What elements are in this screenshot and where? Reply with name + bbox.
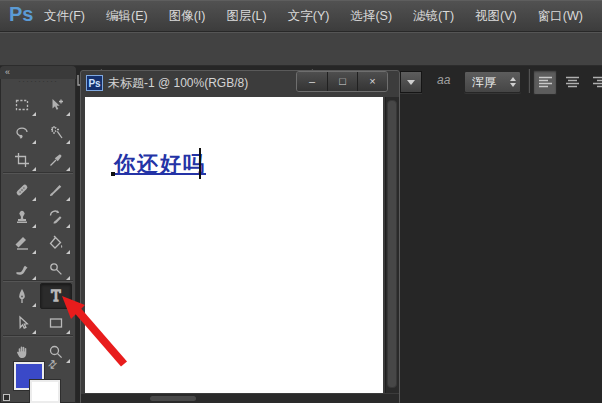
align-left-icon xyxy=(538,76,553,89)
tool-move[interactable] xyxy=(40,92,72,118)
tool-brush[interactable] xyxy=(40,177,72,203)
text-anchor-point xyxy=(111,172,115,176)
lasso-icon xyxy=(14,125,30,141)
tool-rectangle[interactable] xyxy=(40,310,72,336)
menu-filter[interactable]: 滤镜(T) xyxy=(413,8,454,25)
tool-crop[interactable] xyxy=(6,147,38,173)
panel-grip[interactable]: ·········· xyxy=(18,79,58,85)
photoshop-logo: Ps xyxy=(9,3,33,26)
menu-bar: Ps 文件(F) 编辑(E) 图像(I) 图层(L) 文字(Y) 选择(S) 滤… xyxy=(0,0,602,32)
hand-icon xyxy=(14,344,30,360)
menu-file[interactable]: 文件(F) xyxy=(44,8,85,25)
pen-icon xyxy=(14,288,30,304)
eyedropper-icon xyxy=(48,152,64,168)
canvas[interactable] xyxy=(85,97,383,393)
up-down-arrows-icon xyxy=(506,77,520,87)
horizontal-scrollbar[interactable] xyxy=(81,394,399,403)
eraser-icon xyxy=(14,235,30,251)
tool-options-bar: T 隶书 - tT 20 点 aa 浑厚 xyxy=(0,32,602,66)
font-size-dropdown-button[interactable] xyxy=(400,72,421,92)
clone-stamp-icon xyxy=(14,209,30,225)
tool-dodge[interactable] xyxy=(40,256,72,282)
tool-eraser[interactable] xyxy=(6,230,38,256)
tool-path-selection[interactable] xyxy=(6,310,38,336)
maximize-button[interactable]: □ xyxy=(327,72,357,91)
tool-magic-wand[interactable] xyxy=(40,120,72,146)
align-center-button[interactable] xyxy=(560,70,584,95)
tool-pen[interactable] xyxy=(6,283,38,309)
anti-alias-value: 浑厚 xyxy=(465,74,506,91)
background-color-swatch[interactable] xyxy=(30,380,60,403)
svg-text:T: T xyxy=(51,288,61,304)
default-colors-icon[interactable] xyxy=(3,394,10,401)
menu-items: 文件(F) 编辑(E) 图像(I) 图层(L) 文字(Y) 选择(S) 滤镜(T… xyxy=(44,0,602,32)
anti-alias-select[interactable]: 浑厚 xyxy=(464,71,521,93)
divider xyxy=(3,280,73,281)
chevron-down-icon xyxy=(407,80,415,85)
tool-rectangular-marquee[interactable] xyxy=(6,92,38,118)
menu-image[interactable]: 图像(I) xyxy=(169,8,206,25)
document-file-icon: Ps xyxy=(86,75,103,91)
tool-clone-stamp[interactable] xyxy=(6,204,38,230)
tool-smudge[interactable] xyxy=(6,256,38,282)
divider xyxy=(3,335,73,336)
tool-paint-bucket[interactable] xyxy=(40,230,72,256)
horizontal-scrollbar-thumb[interactable] xyxy=(150,396,196,401)
smudge-icon xyxy=(14,261,30,277)
align-left-button[interactable] xyxy=(533,70,557,95)
align-center-icon xyxy=(565,76,580,89)
anti-alias-icon: aa xyxy=(437,73,450,87)
divider xyxy=(3,172,73,173)
collapse-panel-icon[interactable]: « xyxy=(5,67,10,77)
dodge-icon xyxy=(48,261,64,277)
rectangular-marquee-icon xyxy=(14,97,30,113)
tools-panel-header[interactable]: « xyxy=(0,66,76,79)
path-selection-icon xyxy=(14,315,30,331)
tool-horizontal-type[interactable]: T xyxy=(40,283,72,309)
menu-window[interactable]: 窗口(W) xyxy=(538,8,583,25)
tool-lasso[interactable] xyxy=(6,120,38,146)
menu-edit[interactable]: 编辑(E) xyxy=(106,8,148,25)
canvas-type-text[interactable]: 你还好吗 xyxy=(114,150,206,178)
align-right-icon xyxy=(592,76,602,89)
align-right-button[interactable] xyxy=(587,70,602,95)
vertical-scrollbar-thumb[interactable] xyxy=(387,100,397,388)
menu-select[interactable]: 选择(S) xyxy=(350,8,392,25)
tool-history-brush[interactable] xyxy=(40,204,72,230)
minimize-button[interactable]: – xyxy=(297,72,327,91)
paint-bucket-icon xyxy=(48,235,64,251)
document-title: 未标题-1 @ 100%(RGB/8) xyxy=(108,75,248,92)
tool-spot-healing-brush[interactable] xyxy=(6,177,38,203)
history-brush-icon xyxy=(48,209,64,225)
window-controls: – □ × xyxy=(296,71,388,92)
brush-icon xyxy=(48,182,64,198)
type-tool-icon: T xyxy=(48,288,64,304)
tool-eyedropper[interactable] xyxy=(40,147,72,173)
rectangle-shape-icon xyxy=(48,315,64,331)
menu-view[interactable]: 视图(V) xyxy=(475,8,517,25)
close-button[interactable]: × xyxy=(357,72,387,91)
crop-icon xyxy=(14,152,30,168)
divider xyxy=(528,69,529,93)
text-cursor xyxy=(199,148,201,179)
move-icon xyxy=(48,97,64,113)
menu-type[interactable]: 文字(Y) xyxy=(288,8,330,25)
magic-wand-icon xyxy=(48,125,64,141)
menu-layer[interactable]: 图层(L) xyxy=(226,8,266,25)
spot-healing-brush-icon xyxy=(14,182,30,198)
